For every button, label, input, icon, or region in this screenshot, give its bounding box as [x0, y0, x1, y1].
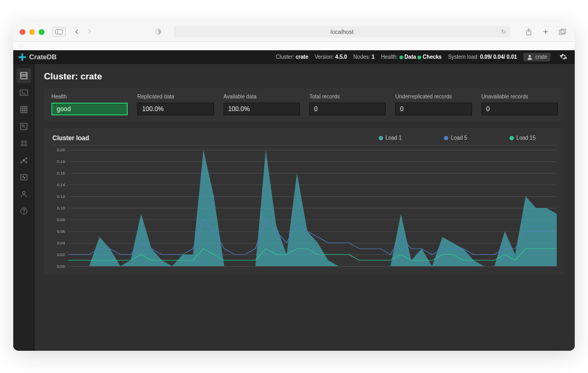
svg-point-21 — [21, 141, 23, 143]
svg-point-19 — [22, 125, 24, 127]
legend-load5-label: Load 5 — [451, 135, 467, 141]
sidebar-item-cluster[interactable] — [16, 153, 31, 168]
main-content: Cluster: crate Health good Replicated da… — [34, 64, 575, 351]
svg-line-20 — [24, 127, 26, 129]
url-bar[interactable]: localhost ↻ — [174, 26, 510, 38]
legend-dot-icon — [444, 136, 448, 140]
svg-line-29 — [21, 160, 24, 162]
legend-dot-icon — [379, 136, 383, 140]
new-tab-icon[interactable] — [540, 27, 551, 37]
metric-underreplicated-label: Underreplicated records — [395, 94, 471, 99]
y-tick-label: 0.06 — [57, 229, 65, 233]
tabs-icon[interactable] — [557, 27, 568, 37]
close-window-button[interactable] — [20, 29, 25, 35]
traffic-lights — [20, 29, 44, 35]
app-root: CrateDB Cluster: crate Version: 4.5.0 No… — [13, 50, 575, 351]
topbar-nodes-value: 1 — [372, 54, 375, 60]
status-dot-icon — [417, 56, 421, 59]
topbar-version-value: 4.5.0 — [335, 54, 347, 60]
brand-logo-icon — [19, 53, 26, 61]
svg-point-22 — [24, 141, 26, 143]
y-tick-label: 0.04 — [57, 240, 65, 245]
topbar-health-label: Health: — [381, 54, 398, 60]
sidebar-item-tables[interactable] — [16, 102, 31, 117]
chart-svg — [68, 150, 557, 266]
load1-area — [68, 150, 557, 266]
legend-load5: Load 5 — [444, 135, 467, 141]
bookmark-grip-icon — [19, 43, 24, 48]
y-tick-label: 0.10 — [57, 205, 65, 210]
sidebar-toggle-button[interactable] — [52, 27, 66, 37]
svg-point-24 — [24, 144, 26, 146]
svg-point-23 — [21, 144, 23, 146]
metric-total-label: Total records — [309, 94, 386, 99]
sidebar — [13, 64, 34, 351]
legend-load1-label: Load 1 — [386, 135, 402, 141]
sidebar-item-overview[interactable] — [16, 68, 31, 83]
cluster-load-panel: Cluster load Load 1 Load 5 Load 15 0.000… — [44, 128, 565, 275]
metric-available: Available data 100.0% — [224, 94, 300, 115]
svg-rect-18 — [21, 123, 27, 130]
svg-rect-4 — [559, 30, 564, 34]
metric-health: Health good — [51, 94, 128, 115]
svg-rect-0 — [56, 30, 63, 34]
y-tick-label: 0.12 — [57, 194, 65, 198]
settings-button[interactable] — [557, 51, 569, 63]
svg-rect-7 — [19, 56, 26, 58]
sidebar-item-help[interactable] — [16, 204, 31, 219]
back-button[interactable] — [71, 27, 83, 37]
user-chip[interactable]: crate — [523, 53, 550, 61]
y-axis: 0.000.020.040.060.080.100.120.140.160.18… — [52, 150, 67, 266]
topbar-cluster-value: crate — [296, 54, 308, 60]
metric-available-label: Available data — [224, 94, 300, 99]
svg-rect-9 — [21, 72, 27, 79]
metric-unavailable: Unavailable records 0 — [482, 94, 558, 115]
url-text: localhost — [331, 29, 353, 35]
health-panel: Health good Replicated data 100.0% Avail… — [44, 88, 565, 121]
grid-line — [68, 266, 557, 267]
forward-button[interactable] — [84, 27, 95, 37]
legend-dot-icon — [510, 136, 514, 140]
y-tick-label: 0.02 — [57, 252, 65, 257]
topbar-health-data: Data — [405, 54, 416, 60]
metric-total: Total records 0 — [309, 94, 386, 115]
sidebar-item-console[interactable] — [16, 85, 31, 100]
metric-underreplicated-value: 0 — [395, 103, 471, 115]
svg-rect-5 — [561, 29, 566, 33]
metric-unavailable-value: 0 — [482, 103, 558, 115]
reader-icon[interactable] — [153, 27, 164, 37]
topbar-version-label: Version: — [315, 54, 334, 60]
y-tick-label: 0.14 — [57, 182, 65, 187]
svg-line-31 — [24, 160, 26, 162]
svg-point-8 — [529, 54, 531, 57]
maximize-window-button[interactable] — [39, 29, 44, 35]
y-tick-label: 0.16 — [57, 170, 65, 175]
metric-underreplicated: Underreplicated records 0 — [395, 94, 471, 115]
app-topbar: CrateDB Cluster: crate Version: 4.5.0 No… — [13, 50, 575, 64]
sidebar-item-users[interactable] — [16, 187, 31, 202]
metric-available-value: 100.0% — [224, 103, 300, 115]
reload-icon[interactable]: ↻ — [501, 29, 506, 35]
metric-replicated: Replicated data 100.0% — [137, 94, 213, 115]
svg-point-35 — [23, 212, 24, 213]
svg-point-33 — [22, 191, 25, 194]
topbar-load-label: System load: — [448, 54, 479, 60]
user-name: crate — [536, 54, 547, 60]
gear-icon — [559, 53, 567, 61]
share-icon[interactable] — [523, 27, 534, 37]
status-dot-icon — [399, 56, 403, 59]
sidebar-item-shards[interactable] — [16, 136, 31, 151]
legend-load1: Load 1 — [379, 135, 402, 141]
user-icon — [527, 54, 533, 60]
topbar-load-value: 0.09/ 0.04/ 0.01 — [480, 54, 517, 60]
chart-area: 0.000.020.040.060.080.100.120.140.160.18… — [52, 150, 557, 266]
legend-load15: Load 15 — [510, 135, 536, 141]
svg-rect-13 — [21, 106, 27, 113]
minimize-window-button[interactable] — [29, 29, 35, 35]
metric-total-value: 0 — [309, 103, 386, 115]
brand[interactable]: CrateDB — [19, 53, 57, 61]
sidebar-item-monitoring[interactable] — [16, 170, 31, 185]
chart-title: Cluster load — [52, 134, 89, 142]
browser-toolbar: localhost ↻ — [13, 23, 575, 42]
sidebar-item-views[interactable] — [16, 119, 31, 134]
